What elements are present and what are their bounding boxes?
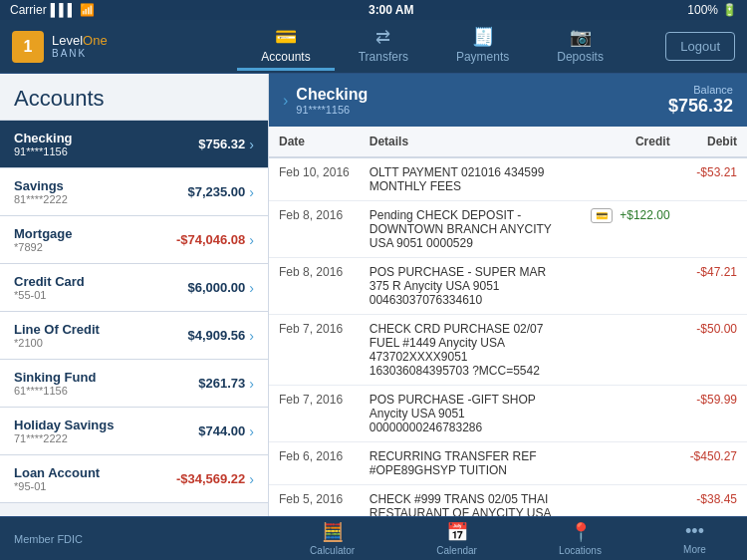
account-right: $744.00 › xyxy=(198,423,254,439)
tx-date-6: Feb 5, 2016 xyxy=(269,485,360,517)
credit-icon: 💳 xyxy=(591,208,613,223)
tx-details-6: CHECK #999 TRANS 02/05 THAI RESTAURANT O… xyxy=(360,485,571,517)
sidebar-title: Accounts xyxy=(0,74,268,121)
account-right: -$34,569.22 › xyxy=(176,471,254,487)
detail-account-name: Checking xyxy=(296,86,368,104)
logo-area: 1 LevelOne BANK xyxy=(0,31,199,63)
account-balance-line-of-credit: $4,909.56 xyxy=(187,328,245,343)
account-number-credit-card: *55-01 xyxy=(14,289,85,301)
battery-icon: 🔋 xyxy=(722,3,737,17)
account-item-sinking-fund[interactable]: Sinking Fund 61****1156 $261.73 › xyxy=(0,360,268,408)
account-left: Checking 91****1156 xyxy=(14,131,73,157)
account-item-loan-account[interactable]: Loan Account *95-01 -$34,569.22 › xyxy=(0,455,268,503)
transfers-label: Transfers xyxy=(359,50,408,64)
tx-details-5: RECURRING TRANSFER REF #OPE89GHSYP TUITI… xyxy=(360,442,571,485)
calendar-label: Calendar xyxy=(436,545,477,556)
tx-details-3: CHECK CRD PURCHASE 02/07 FUEL #1449 Anyc… xyxy=(360,315,571,386)
account-number-holiday-savings: 71****2222 xyxy=(14,432,114,444)
tx-details-4: POS PURCHASE -GIFT SHOP Anycity USA 9051… xyxy=(360,386,571,442)
account-balance-holiday-savings: $744.00 xyxy=(198,423,245,438)
calculator-icon: 🧮 xyxy=(322,521,344,543)
account-left: Credit Card *55-01 xyxy=(14,274,85,301)
detail-balance-label: Balance xyxy=(668,84,733,96)
account-item-credit-card[interactable]: Credit Card *55-01 $6,000.00 › xyxy=(0,264,268,312)
logo-level-one: LevelOne xyxy=(52,34,108,48)
battery-text: 100% xyxy=(687,3,718,17)
account-right: $6,000.00 › xyxy=(187,280,254,296)
bottom-tab-calendar[interactable]: 📅 Calendar xyxy=(436,521,477,556)
top-nav: 1 LevelOne BANK 💳 Accounts ⇄ Transfers 🧾… xyxy=(0,20,747,74)
logo-one: One xyxy=(83,33,108,48)
tx-credit-0 xyxy=(571,157,680,201)
tab-payments[interactable]: 🧾 Payments xyxy=(432,22,533,71)
accounts-label: Accounts xyxy=(261,50,310,64)
main-content: Accounts Checking 91****1156 $756.32 › S… xyxy=(0,74,747,516)
account-right: $756.32 › xyxy=(198,137,254,152)
tx-date-3: Feb 7, 2016 xyxy=(269,315,360,386)
account-balance-credit-card: $6,000.00 xyxy=(187,280,245,295)
payments-label: Payments xyxy=(456,50,509,64)
account-right: $4,909.56 › xyxy=(187,328,254,344)
chevron-right-icon: › xyxy=(249,423,254,439)
more-label: More xyxy=(683,544,706,555)
transfers-icon: ⇄ xyxy=(375,26,390,48)
bottom-tab-more[interactable]: ••• More xyxy=(683,521,706,556)
tab-accounts[interactable]: 💳 Accounts xyxy=(237,22,334,71)
status-time: 3:00 AM xyxy=(369,3,414,17)
tx-date-5: Feb 6, 2016 xyxy=(269,442,360,485)
account-name-line-of-credit: Line Of Credit xyxy=(14,322,100,337)
logo-text: LevelOne BANK xyxy=(52,34,108,59)
table-row: Feb 5, 2016 CHECK #999 TRANS 02/05 THAI … xyxy=(269,485,747,517)
tx-credit-3 xyxy=(571,315,680,386)
calendar-icon: 📅 xyxy=(446,521,468,543)
detail-header: › Checking 91****1156 Balance $756.32 xyxy=(269,74,747,127)
chevron-right-icon: › xyxy=(249,376,254,392)
member-fdic: Member FDIC xyxy=(0,533,269,545)
tab-transfers[interactable]: ⇄ Transfers xyxy=(335,22,432,71)
table-row: Feb 8, 2016 POS PURCHASE - SUPER MAR 375… xyxy=(269,258,747,315)
bottom-tabs: 🧮 Calculator 📅 Calendar 📍 Locations ••• … xyxy=(269,521,747,556)
account-left: Mortgage *7892 xyxy=(14,226,73,253)
logo-icon: 1 xyxy=(12,31,44,63)
detail-account-number: 91****1156 xyxy=(296,104,368,116)
account-number-mortgage: *7892 xyxy=(14,241,73,253)
chevron-right-icon: › xyxy=(249,232,254,248)
account-balance-loan-account: -$34,569.22 xyxy=(176,471,245,486)
tx-debit-1 xyxy=(680,201,747,258)
table-row: Feb 7, 2016 CHECK CRD PURCHASE 02/07 FUE… xyxy=(269,315,747,386)
logo-bank: BANK xyxy=(52,48,108,59)
locations-icon: 📍 xyxy=(570,521,592,543)
col-details: Details xyxy=(360,127,571,157)
locations-label: Locations xyxy=(559,545,602,556)
tx-credit-4 xyxy=(571,386,680,442)
account-item-mortgage[interactable]: Mortgage *7892 -$74,046.08 › xyxy=(0,216,268,264)
account-right: $261.73 › xyxy=(198,376,254,392)
account-name-checking: Checking xyxy=(14,131,73,145)
table-row: Feb 7, 2016 POS PURCHASE -GIFT SHOP Anyc… xyxy=(269,386,747,442)
more-icon: ••• xyxy=(685,521,704,542)
detail-balance-area: Balance $756.32 xyxy=(668,84,733,117)
account-name-loan-account: Loan Account xyxy=(14,465,100,480)
account-item-savings[interactable]: Savings 81****2222 $7,235.00 › xyxy=(0,168,268,216)
account-balance-sinking-fund: $261.73 xyxy=(198,376,245,391)
calculator-label: Calculator xyxy=(310,545,355,556)
accounts-icon: 💳 xyxy=(275,26,297,48)
tab-deposits[interactable]: 📷 Deposits xyxy=(533,22,627,71)
account-item-line-of-credit[interactable]: Line Of Credit *2100 $4,909.56 › xyxy=(0,312,268,360)
right-panel: › Checking 91****1156 Balance $756.32 Da… xyxy=(269,74,747,516)
nav-tabs: 💳 Accounts ⇄ Transfers 🧾 Payments 📷 Depo… xyxy=(199,22,665,71)
signal-icon: ▌▌▌ xyxy=(51,3,77,17)
account-number-checking: 91****1156 xyxy=(14,145,73,157)
logout-button[interactable]: Logout xyxy=(665,32,735,61)
account-item-holiday-savings[interactable]: Holiday Savings 71****2222 $744.00 › xyxy=(0,408,268,455)
account-number-sinking-fund: 61****1156 xyxy=(14,385,96,397)
account-left: Line Of Credit *2100 xyxy=(14,322,100,349)
tx-debit-2: -$47.21 xyxy=(680,258,747,315)
account-number-loan-account: *95-01 xyxy=(14,480,100,492)
sidebar: Accounts Checking 91****1156 $756.32 › S… xyxy=(0,74,269,516)
account-item-checking[interactable]: Checking 91****1156 $756.32 › xyxy=(0,121,268,168)
table-header-row: Date Details Credit Debit xyxy=(269,127,747,157)
bottom-tab-locations[interactable]: 📍 Locations xyxy=(559,521,602,556)
account-name-savings: Savings xyxy=(14,178,68,193)
bottom-tab-calculator[interactable]: 🧮 Calculator xyxy=(310,521,355,556)
